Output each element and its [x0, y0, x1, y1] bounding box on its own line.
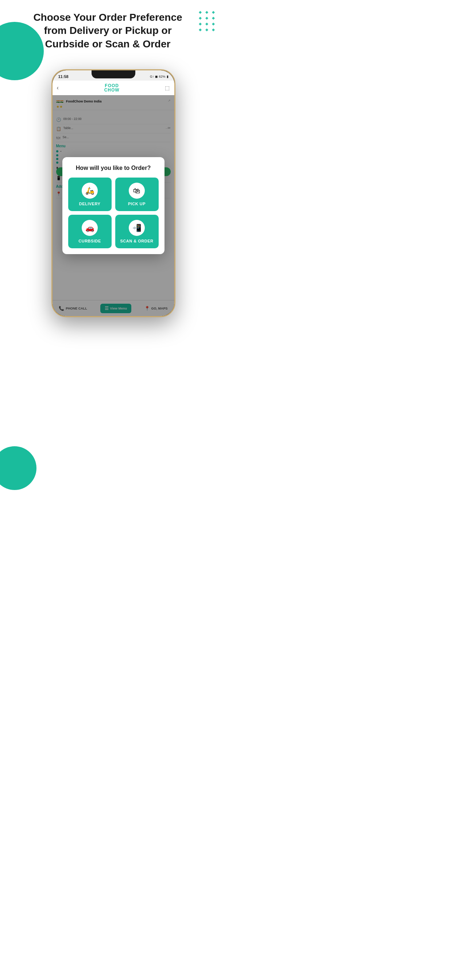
- teal-decoration-bottom: [0, 446, 37, 490]
- pickup-option[interactable]: 🛍 PICK UP: [115, 178, 159, 211]
- pickup-icon-circle: 🛍: [129, 183, 145, 199]
- phone-frame: 11:58 G↑ ◼ 62% ▮ ‹ FOOD CHOW ⬚: [51, 69, 175, 317]
- battery-text: 62%: [159, 75, 165, 78]
- pickup-icon: 🛍: [133, 187, 140, 195]
- delivery-label: DELIVERY: [79, 202, 100, 206]
- modal-title: How will you like to Order?: [68, 164, 159, 172]
- signal-icon: G↑: [150, 75, 154, 78]
- scan-order-option[interactable]: 📲 SCAN & ORDER: [115, 215, 159, 248]
- delivery-option[interactable]: 🛵 DELIVERY: [68, 178, 112, 211]
- wifi-icon: ◼: [155, 75, 158, 78]
- scan-icon[interactable]: ⬚: [165, 85, 170, 91]
- battery-icon: ▮: [167, 75, 169, 78]
- logo-chow: CHOW: [104, 88, 120, 92]
- scan-order-label: SCAN & ORDER: [120, 239, 153, 243]
- main-title: Choose Your Order Preference from Delive…: [18, 11, 197, 51]
- order-options-grid: 🛵 DELIVERY 🛍 PICK UP: [68, 178, 159, 248]
- phone-mockup: 11:58 G↑ ◼ 62% ▮ ‹ FOOD CHOW ⬚: [51, 69, 175, 317]
- app-logo: FOOD CHOW: [104, 83, 120, 92]
- curbside-option[interactable]: 🚗 CURBSIDE: [68, 215, 112, 248]
- app-header: ‹ FOOD CHOW ⬚: [53, 81, 174, 95]
- curbside-label: CURBSIDE: [78, 239, 100, 243]
- scan-icon-circle: 📲: [129, 220, 145, 236]
- phone-notch: [91, 70, 135, 78]
- modal-overlay: How will you like to Order? 🛵 DELIVERY: [53, 95, 174, 316]
- curbside-icon: 🚗: [85, 223, 94, 232]
- scan-order-icon: 📲: [132, 223, 142, 232]
- page-header: Choose Your Order Preference from Delive…: [18, 11, 197, 51]
- delivery-icon-circle: 🛵: [82, 183, 98, 199]
- order-preference-modal: How will you like to Order? 🛵 DELIVERY: [62, 157, 164, 255]
- phone-screen: 11:58 G↑ ◼ 62% ▮ ‹ FOOD CHOW ⬚: [53, 70, 174, 316]
- back-button[interactable]: ‹: [57, 84, 59, 91]
- dots-decoration: [199, 11, 215, 31]
- status-time: 11:58: [58, 75, 69, 79]
- pickup-label: PICK UP: [128, 202, 145, 206]
- delivery-icon: 🛵: [85, 186, 94, 195]
- curbside-icon-circle: 🚗: [82, 220, 98, 236]
- status-icons: G↑ ◼ 62% ▮: [150, 75, 169, 78]
